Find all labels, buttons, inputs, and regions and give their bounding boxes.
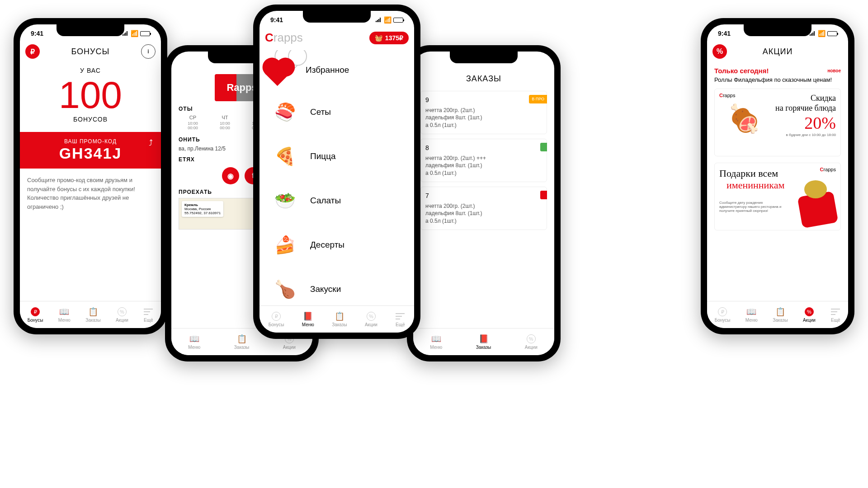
cart-button[interactable]: 🧺1375₽ xyxy=(369,32,409,44)
tab-more[interactable]: Ещё xyxy=(143,307,153,323)
menu-item-pizza[interactable]: 🍕 Пицца xyxy=(267,134,407,178)
tab-bar: ₽Бонусы 📖Меню 📋Заказы %Акции Ещё xyxy=(707,301,848,328)
promo-card[interactable]: Crapps Подарки всем именинникам Сообщите… xyxy=(714,163,841,230)
heart-icon xyxy=(267,56,298,84)
tab-bonus[interactable]: ₽Бонусы xyxy=(715,307,731,323)
phone-orders: ЗАКАЗЫ 9 нчетта 200гр. (2шт.) ладельфия … xyxy=(407,45,561,361)
day-col: ЧТ10:0000:00 xyxy=(211,115,239,132)
tab-menu[interactable]: 📕Меню xyxy=(302,311,314,327)
tab-orders[interactable]: 📋Заказы xyxy=(332,311,347,327)
sushi-icon: 🍣 xyxy=(267,96,303,128)
promo-subtitle: Роллы Филадельфия по сказочным ценам! xyxy=(714,76,841,83)
menu-item-salads[interactable]: 🥗 Салаты xyxy=(267,178,407,223)
phone-bonus: 9:41 📶 ₽ БОНУСЫ i У ВАС 100 БОНУСОВ ВАШ … xyxy=(14,18,167,334)
promo-card[interactable]: 🍖 Crapps Скидка на горячие блюда 20% в б… xyxy=(714,89,841,156)
battery-icon xyxy=(827,31,837,36)
gift-image xyxy=(789,180,836,225)
pizza-icon: 🍕 xyxy=(267,141,303,172)
share-icon[interactable]: ⤴ xyxy=(149,138,153,148)
tab-more[interactable]: Ещё xyxy=(830,307,840,323)
notch xyxy=(57,24,124,36)
snack-icon: 🍗 xyxy=(267,273,303,305)
basket-icon: 🧺 xyxy=(375,34,382,42)
battery-icon xyxy=(140,31,150,36)
cart-total: 1375₽ xyxy=(385,34,403,42)
signal-icon xyxy=(376,18,382,22)
ruble-icon[interactable]: ₽ xyxy=(25,44,40,59)
tab-promo[interactable]: %Акции xyxy=(803,307,816,323)
status-badge xyxy=(540,143,547,151)
menu-item-desserts[interactable]: 🍰 Десерты xyxy=(267,223,407,267)
phone-promo: 9:41 📶 % АКЦИИ Только сегодня! новое Рол… xyxy=(701,18,854,334)
tab-promo[interactable]: %Акции xyxy=(365,311,377,327)
promo-code: GH341J xyxy=(29,145,152,162)
tab-orders[interactable]: 📋Заказы xyxy=(85,307,100,323)
tab-bar: ₽Бонусы 📕Меню 📋Заказы %Акции Ещё xyxy=(259,305,414,333)
tab-bar: 📖Меню 📕Заказы %Акции xyxy=(413,328,554,355)
wifi-icon: 📶 xyxy=(131,30,138,37)
info-icon[interactable]: i xyxy=(141,44,156,59)
promo-code-block[interactable]: ВАШ ПРОМО-КОД GH341J ⤴ xyxy=(20,132,161,169)
tab-orders[interactable]: 📕Заказы xyxy=(476,334,491,350)
tab-menu[interactable]: 📖Меню xyxy=(58,307,71,323)
order-card[interactable]: 9 нчетта 200гр. (2шт.) ладельфия 8шт. (1… xyxy=(420,91,547,134)
notch xyxy=(744,24,811,36)
percent-icon[interactable]: % xyxy=(712,44,727,59)
page-title: БОНУСЫ xyxy=(40,47,141,56)
bonus-you-have: У ВАС xyxy=(27,67,154,74)
promo-headline: Только сегодня! xyxy=(714,67,769,75)
day-col: СР10:0000:00 xyxy=(179,115,207,132)
tab-promo[interactable]: %Акции xyxy=(116,307,128,323)
menu-item-sets[interactable]: 🍣 Сеты xyxy=(267,90,407,134)
promo-label: ВАШ ПРОМО-КОД xyxy=(29,138,152,145)
new-badge: новое xyxy=(827,68,841,73)
notch xyxy=(303,11,371,23)
order-id: 8 xyxy=(425,144,542,153)
instagram-icon[interactable]: ◉ xyxy=(222,167,239,184)
notch xyxy=(450,52,518,63)
tab-bar: ₽Бонусы 📖Меню 📋Заказы %Акции Ещё xyxy=(20,301,161,328)
tab-menu[interactable]: 📖Меню xyxy=(188,334,200,350)
tab-more[interactable]: Ещё xyxy=(395,311,405,327)
map-tooltip: Кремль Москва, Россия 55.752492, 37.6109… xyxy=(182,201,223,217)
status-time: 9:41 xyxy=(718,30,731,37)
tab-menu[interactable]: 📖Меню xyxy=(430,334,442,350)
menu-item-snacks[interactable]: 🍗 Закуски xyxy=(267,267,407,305)
bonus-unit: БОНУСОВ xyxy=(27,116,154,123)
tab-menu[interactable]: 📖Меню xyxy=(745,307,758,323)
tab-orders[interactable]: 📋Заказы xyxy=(234,334,249,350)
menu-item-favorites[interactable]: Избранное xyxy=(267,50,407,90)
order-id: 9 xyxy=(425,96,542,105)
battery-icon xyxy=(393,18,403,23)
page-title: ЗАКАЗЫ xyxy=(413,74,554,84)
order-card[interactable]: 7 нчетта 200гр. (2шт.) ладельфия 8шт. (1… xyxy=(420,187,547,230)
order-id: 7 xyxy=(425,192,542,201)
order-card[interactable]: 8 нчетта 200гр. (2шт.) +++ ладельфия 8шт… xyxy=(420,139,547,182)
tab-bonus[interactable]: ₽Бонусы xyxy=(28,307,43,323)
tab-orders[interactable]: 📋Заказы xyxy=(773,307,788,323)
salad-icon: 🥗 xyxy=(267,185,303,216)
tab-promo[interactable]: %Акции xyxy=(525,334,538,350)
bonus-count: 100 xyxy=(27,76,154,114)
status-badge: В ПРО xyxy=(529,95,547,103)
phone-menu: 9:41 📶 Crapps 🧺1375₽ Избранное 🍣 Сеты xyxy=(253,5,420,339)
status-time: 9:41 xyxy=(31,30,43,37)
wifi-icon: 📶 xyxy=(818,30,826,37)
page-title: АКЦИИ xyxy=(727,47,828,56)
cake-icon: 🍰 xyxy=(267,229,303,261)
tab-bonus[interactable]: ₽Бонусы xyxy=(269,311,284,327)
brand-logo: Crapps xyxy=(265,31,303,45)
discount-percent: 20% xyxy=(774,113,836,133)
status-time: 9:41 xyxy=(270,16,283,23)
status-badge xyxy=(540,191,547,199)
wifi-icon: 📶 xyxy=(384,16,392,23)
food-image: 🍖 xyxy=(719,94,769,143)
promo-description: Сообщите промо-код своим друзьям и получ… xyxy=(27,176,154,211)
